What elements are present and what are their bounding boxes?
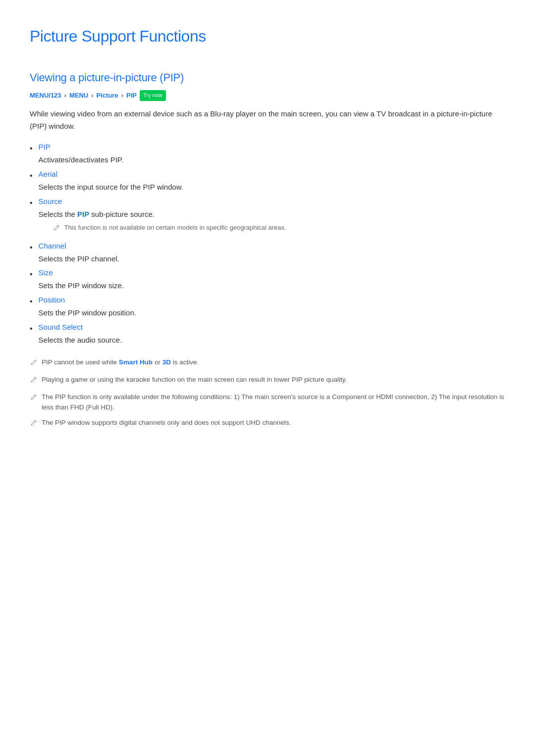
- bullet-dot: •: [30, 322, 33, 335]
- desc-position: Sets the PIP window position.: [39, 307, 136, 319]
- breadcrumb-item-pip: PIP: [126, 91, 137, 101]
- bullet-content: PIP Activates/deactivates PIP.: [39, 141, 123, 168]
- breadcrumb-item-menu123: MENU/123: [30, 91, 61, 101]
- bullet-dot: •: [30, 169, 33, 182]
- pencil-icon: [30, 358, 38, 370]
- desc-pip: Activates/deactivates PIP.: [39, 154, 123, 166]
- bullet-dot: •: [30, 142, 33, 155]
- note-row-1: PIP cannot be used while Smart Hub or 3D…: [30, 357, 505, 370]
- term-source: Source: [39, 196, 286, 207]
- term-sound-select: Sound Select: [39, 321, 122, 333]
- note-row-3: The PIP function is only available under…: [30, 392, 505, 413]
- desc-aerial: Selects the input source for the PIP win…: [39, 181, 183, 194]
- term-pip: PIP: [39, 141, 123, 153]
- term-position: Position: [39, 294, 136, 306]
- pip-link: PIP: [77, 210, 89, 218]
- 3d-link: 3D: [162, 358, 171, 366]
- bullet-content: Position Sets the PIP window position.: [39, 294, 136, 321]
- desc-size: Sets the PIP window size.: [39, 280, 124, 292]
- note-text-3: The PIP function is only available under…: [42, 392, 505, 413]
- breadcrumb-item-picture: Picture: [97, 91, 118, 101]
- breadcrumb-separator-2: ›: [91, 91, 93, 101]
- section-title: Viewing a picture-in-picture (PIP): [30, 69, 505, 86]
- pencil-icon: [30, 393, 38, 404]
- smart-hub-link: Smart Hub: [119, 358, 153, 366]
- breadcrumb-separator-1: ›: [64, 91, 66, 101]
- note-row-2: Playing a game or using the karaoke func…: [30, 375, 505, 387]
- list-item: • Position Sets the PIP window position.: [30, 294, 505, 321]
- notes-section: PIP cannot be used while Smart Hub or 3D…: [30, 357, 505, 430]
- bullet-content: Aerial Selects the input source for the …: [39, 168, 183, 196]
- source-note-text: This function is not available on certai…: [64, 223, 286, 233]
- desc-sound-select: Selects the audio source.: [39, 334, 122, 347]
- note-row-4: The PIP window supports digital channels…: [30, 418, 505, 430]
- list-item: • Channel Selects the PIP channel.: [30, 240, 505, 267]
- bullet-content: Channel Selects the PIP channel.: [39, 240, 119, 267]
- note-row: This function is not available on certai…: [53, 223, 286, 235]
- list-item: • Sound Select Selects the audio source.: [30, 321, 505, 349]
- pencil-icon: [30, 375, 38, 387]
- list-item: • PIP Activates/deactivates PIP.: [30, 141, 505, 168]
- breadcrumb-separator-3: ›: [121, 91, 123, 101]
- term-aerial: Aerial: [39, 168, 183, 180]
- section-description: While viewing video from an external dev…: [30, 108, 505, 133]
- desc-source: Selects the PIP sub-picture source.: [39, 208, 286, 221]
- breadcrumb: MENU/123 › MENU › Picture › PIP Try now: [30, 90, 505, 101]
- bullet-dot: •: [30, 295, 33, 308]
- note-text-4: The PIP window supports digital channels…: [42, 418, 291, 428]
- list-item: • Size Sets the PIP window size.: [30, 267, 505, 294]
- bullet-dot: •: [30, 241, 33, 254]
- bullet-content: Source Selects the PIP sub-picture sourc…: [39, 196, 286, 240]
- list-item: • Aerial Selects the input source for th…: [30, 168, 505, 196]
- page-title: Picture Support Functions: [30, 24, 505, 49]
- bullet-content: Sound Select Selects the audio source.: [39, 321, 122, 349]
- note-text-2: Playing a game or using the karaoke func…: [42, 375, 347, 385]
- bullet-content: Size Sets the PIP window size.: [39, 267, 124, 294]
- breadcrumb-item-menu: MENU: [69, 91, 88, 101]
- features-list: • PIP Activates/deactivates PIP. • Aeria…: [30, 141, 505, 348]
- desc-channel: Selects the PIP channel.: [39, 253, 119, 265]
- term-size: Size: [39, 267, 124, 279]
- pencil-icon: [53, 223, 60, 235]
- pencil-icon: [30, 418, 38, 430]
- source-note: This function is not available on certai…: [53, 223, 286, 236]
- term-channel: Channel: [39, 240, 119, 252]
- bullet-dot: •: [30, 268, 33, 281]
- try-now-badge[interactable]: Try now: [140, 90, 166, 101]
- list-item: • Source Selects the PIP sub-picture sou…: [30, 196, 505, 240]
- bullet-dot: •: [30, 197, 33, 209]
- note-text-1: PIP cannot be used while Smart Hub or 3D…: [42, 357, 199, 368]
